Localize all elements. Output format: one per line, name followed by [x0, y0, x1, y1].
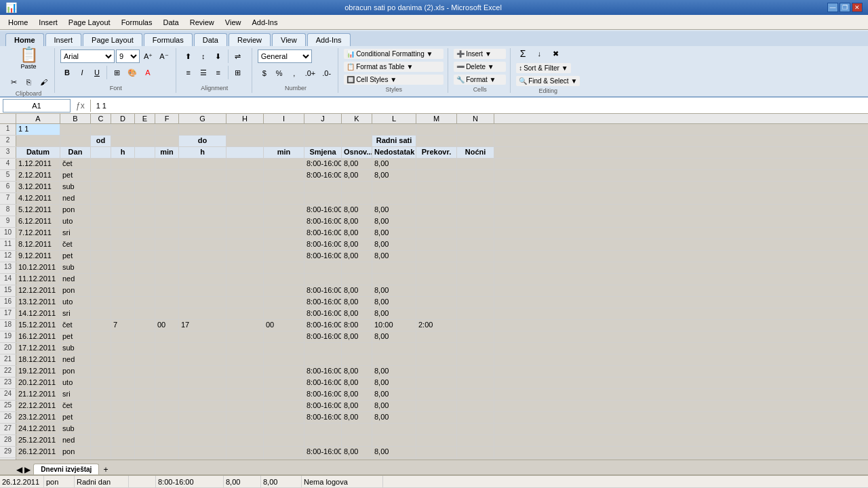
menu-item-addins[interactable]: Add-Ins	[246, 17, 283, 28]
cell[interactable]	[416, 159, 457, 169]
cell[interactable]	[135, 320, 155, 331]
cell[interactable]	[416, 182, 457, 192]
cell[interactable]	[135, 182, 155, 192]
cell[interactable]: pet	[60, 331, 91, 342]
tab-add-ins[interactable]: Add-Ins	[307, 33, 351, 46]
cell[interactable]	[342, 193, 372, 204]
cell[interactable]	[111, 308, 135, 319]
tab-view[interactable]: View	[272, 33, 306, 46]
font-size-select[interactable]: 9	[116, 49, 140, 63]
cell[interactable]	[264, 308, 304, 319]
cell[interactable]	[135, 274, 155, 285]
cell[interactable]	[155, 435, 179, 446]
cell[interactable]	[91, 424, 111, 434]
cell[interactable]	[155, 424, 179, 434]
cell[interactable]	[111, 216, 135, 227]
cell[interactable]	[135, 136, 155, 146]
cell[interactable]	[342, 343, 372, 354]
conditional-formatting-button[interactable]: 📊 Conditional Formatting ▼	[344, 49, 443, 59]
cell[interactable]	[416, 378, 457, 388]
cell[interactable]	[264, 193, 304, 204]
cell[interactable]	[264, 239, 304, 250]
cell[interactable]	[179, 343, 226, 354]
cell[interactable]	[91, 262, 111, 273]
cell[interactable]	[416, 262, 457, 273]
row-num[interactable]: 25	[0, 401, 16, 411]
cell[interactable]	[155, 216, 179, 227]
cell[interactable]	[457, 285, 494, 296]
cell[interactable]	[226, 366, 264, 377]
cell[interactable]	[457, 193, 494, 204]
cell[interactable]: 8,00	[342, 216, 372, 227]
cell[interactable]	[155, 366, 179, 377]
cell[interactable]	[457, 124, 494, 135]
cell[interactable]	[135, 285, 155, 296]
cell[interactable]	[457, 159, 494, 169]
cell[interactable]: 8,00	[372, 458, 416, 460]
cell[interactable]	[91, 124, 111, 135]
cell[interactable]	[111, 124, 135, 135]
row-num[interactable]: 13	[0, 262, 16, 273]
cell[interactable]	[416, 170, 457, 181]
cell[interactable]: 15.12.2011	[16, 320, 60, 331]
cell[interactable]	[91, 389, 111, 400]
cell[interactable]	[111, 331, 135, 342]
cell[interactable]	[111, 251, 135, 262]
cell[interactable]: 8,00	[372, 239, 416, 250]
menu-item-view[interactable]: View	[220, 17, 247, 28]
cell[interactable]	[457, 435, 494, 446]
cell[interactable]	[179, 424, 226, 434]
cell[interactable]: 8,00	[342, 331, 372, 342]
cell[interactable]	[372, 193, 416, 204]
cell[interactable]: 2.12.2011	[16, 170, 60, 181]
cell[interactable]	[60, 136, 91, 146]
cell[interactable]	[342, 124, 372, 135]
cell[interactable]	[135, 170, 155, 181]
cell[interactable]	[226, 401, 264, 411]
cell[interactable]	[416, 228, 457, 239]
cell[interactable]: sub	[60, 424, 91, 434]
cell[interactable]	[155, 389, 179, 400]
menu-item-page-layout[interactable]: Page Layout	[63, 17, 116, 28]
cell[interactable]	[135, 401, 155, 411]
cell[interactable]	[135, 458, 155, 460]
cell[interactable]: 8:00-16:00	[304, 401, 342, 411]
cell[interactable]: 8,00	[342, 228, 372, 239]
cell[interactable]	[111, 239, 135, 250]
cell[interactable]: uto	[60, 378, 91, 388]
cell[interactable]: 25.12.2011	[16, 435, 60, 446]
col-header-a[interactable]: A	[16, 114, 60, 123]
cell[interactable]: Osnov...	[342, 147, 372, 158]
cell[interactable]	[457, 170, 494, 181]
cell[interactable]	[264, 389, 304, 400]
clear-button[interactable]: ✖	[549, 47, 562, 60]
cell[interactable]	[226, 378, 264, 388]
cell[interactable]: 6.12.2011	[16, 216, 60, 227]
number-format-select[interactable]: General Number Currency	[258, 49, 312, 63]
cell[interactable]	[179, 239, 226, 250]
cell[interactable]	[179, 193, 226, 204]
cell[interactable]	[226, 412, 264, 423]
cell[interactable]	[416, 458, 457, 460]
cell[interactable]	[264, 354, 304, 365]
cell[interactable]	[135, 216, 155, 227]
cell[interactable]	[372, 424, 416, 434]
cell[interactable]	[155, 170, 179, 181]
cell[interactable]	[264, 182, 304, 192]
fill-button[interactable]: ↓	[532, 47, 546, 60]
cell[interactable]: 8,00	[342, 297, 372, 308]
col-header-n[interactable]: N	[457, 114, 494, 123]
cell[interactable]: 8,00	[372, 378, 416, 388]
cell[interactable]	[111, 401, 135, 411]
col-header-g[interactable]: G	[179, 114, 226, 123]
cell[interactable]: pet	[60, 412, 91, 423]
row-num[interactable]: 8	[0, 205, 16, 216]
cell[interactable]	[457, 216, 494, 227]
cell[interactable]	[135, 124, 155, 135]
cell[interactable]	[264, 124, 304, 135]
cell[interactable]: sri	[60, 389, 91, 400]
cell[interactable]: 8:00-16:00	[304, 378, 342, 388]
cell[interactable]	[226, 193, 264, 204]
cell[interactable]	[179, 331, 226, 342]
cell[interactable]: 8,00	[372, 401, 416, 411]
